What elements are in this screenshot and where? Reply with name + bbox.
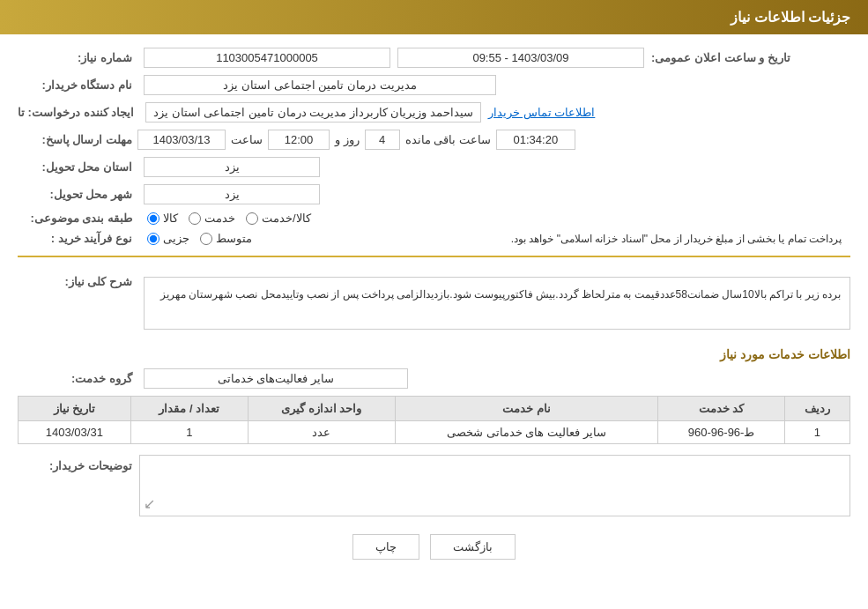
شماره-نیاز-value: 1103005471000005 bbox=[144, 48, 390, 68]
col-تاریخ: تاریخ نیاز bbox=[19, 397, 131, 421]
row-ایجاد-کننده: اطلاعات تماس خریدار سیداحمد وزیریان کارب… bbox=[18, 102, 850, 123]
table-cell-4: 1 bbox=[130, 421, 248, 444]
استان-label: استان محل تحویل: bbox=[18, 160, 132, 174]
شماره-نیاز-label: شماره نیاز: bbox=[18, 51, 132, 64]
buttons-row: بازگشت چاپ bbox=[18, 534, 850, 560]
شهر-label: شهر محل تحویل: bbox=[18, 188, 132, 201]
تاریخ-value: 1403/03/09 - 09:55 bbox=[397, 48, 644, 68]
page-header: جزئیات اطلاعات نیاز bbox=[0, 0, 868, 34]
radio-jazii-item[interactable]: جزیی bbox=[147, 232, 189, 245]
radio-kala-label: کالا bbox=[163, 212, 178, 225]
table-cell-0: 1 bbox=[784, 421, 849, 444]
گروه-خدمت-label: گروه خدمت: bbox=[18, 372, 132, 385]
مهلت-remaining-value: 01:34:20 bbox=[496, 130, 575, 150]
page-title: جزئیات اطلاعات نیاز bbox=[731, 10, 850, 25]
radio-khedmat[interactable] bbox=[189, 212, 201, 225]
services-section-title: اطلاعات خدمات مورد نیاز bbox=[18, 347, 850, 361]
radio-jazii[interactable] bbox=[147, 233, 160, 245]
services-table: ردیف کد خدمت نام خدمت واحد اندازه گیری ت… bbox=[18, 396, 850, 444]
row-نام-دستگاه: مدیریت درمان تامین اجتماعی استان یزد نام… bbox=[18, 75, 850, 95]
شهر-value: یزد bbox=[144, 184, 320, 204]
radio-motavaset-item[interactable]: متوسط bbox=[200, 232, 252, 245]
table-cell-5: 1403/03/31 bbox=[19, 421, 131, 444]
مهلت-remaining-label: ساعت باقی مانده bbox=[405, 133, 491, 146]
ایجاد-کننده-value: سیداحمد وزیریان کاربرداز مدیریت درمان تا… bbox=[145, 102, 481, 123]
row-مهلت: 01:34:20 ساعت باقی مانده 4 روز و 12:00 س… bbox=[18, 130, 850, 150]
نوع-فرآیند-label: نوع فرآیند خرید : bbox=[18, 232, 132, 245]
توضیحات-خریدار-label: توضیحات خریدار: bbox=[18, 455, 132, 472]
row-نوع-فرآیند: پرداخت تمام یا بخشی از مبلغ خریدار از مح… bbox=[18, 232, 850, 245]
radio-kala-khedmat-item[interactable]: کالا/خدمت bbox=[246, 212, 311, 225]
radio-motavaset[interactable] bbox=[200, 233, 212, 245]
مهلت-days-value: 4 bbox=[365, 130, 400, 150]
col-ردیف: ردیف bbox=[784, 397, 849, 421]
توضیحات-خریدار-box bbox=[139, 455, 850, 516]
divider-1 bbox=[18, 256, 850, 257]
radio-khedmat-label: خدمت bbox=[204, 212, 235, 225]
back-button[interactable]: بازگشت bbox=[430, 534, 516, 560]
مهلت-days-label: روز و bbox=[335, 133, 360, 146]
radio-kala-khedmat-label: کالا/خدمت bbox=[262, 212, 311, 225]
radio-jazii-label: جزیی bbox=[163, 232, 189, 245]
table-row: 1ط-96-96-960سایر فعالیت های خدماتی شخصیع… bbox=[19, 421, 850, 444]
row-شهر: یزد شهر محل تحویل: bbox=[18, 184, 850, 204]
تاریخ-label: تاریخ و ساعت اعلان عمومی: bbox=[651, 51, 790, 64]
استان-value: یزد bbox=[144, 157, 320, 177]
row-گروه-خدمت: سایر فعالیت‌های خدماتی گروه خدمت: bbox=[18, 368, 850, 389]
مهلت-time-value: 12:00 bbox=[268, 130, 330, 150]
مهلت-label: مهلت ارسال پاسخ: bbox=[18, 133, 132, 146]
col-نام-خدمت: نام خدمت bbox=[395, 397, 658, 421]
مهلت-date-value: 1403/03/13 bbox=[137, 130, 226, 150]
radio-kala-khedmat[interactable] bbox=[246, 212, 258, 225]
row-شماره-تاریخ: تاریخ و ساعت اعلان عمومی: 1403/03/09 - 0… bbox=[18, 48, 850, 68]
radio-kala-item[interactable]: کالا bbox=[147, 212, 178, 225]
گروه-خدمت-value: سایر فعالیت‌های خدماتی bbox=[144, 368, 408, 389]
row-شرح-کلی: برده زیر با تراکم بالا10سال ضمانت58عددقی… bbox=[18, 268, 850, 338]
purchase-description: پرداخت تمام یا بخشی از مبلغ خریدار از مح… bbox=[511, 233, 842, 245]
ایجاد-کننده-label: ایجاد کننده درخواست: تا bbox=[18, 106, 134, 119]
table-cell-2: سایر فعالیت های خدماتی شخصی bbox=[395, 421, 658, 444]
print-button[interactable]: چاپ bbox=[352, 534, 419, 560]
radio-kala[interactable] bbox=[147, 212, 160, 225]
col-تعداد: تعداد / مقدار bbox=[130, 397, 248, 421]
radio-khedmat-item[interactable]: خدمت bbox=[189, 212, 235, 225]
مهلت-time-label: ساعت bbox=[231, 133, 263, 146]
row-توضیحات-خریدار: توضیحات خریدار: bbox=[18, 455, 850, 516]
شرح-کلی-value: برده زیر با تراکم بالا10سال ضمانت58عددقی… bbox=[144, 277, 850, 330]
table-cell-3: عدد bbox=[249, 421, 396, 444]
row-طبقه-بندی: کالا/خدمت خدمت کالا طبقه بندی موضوعی: bbox=[18, 212, 850, 225]
table-header-row: ردیف کد خدمت نام خدمت واحد اندازه گیری ت… bbox=[19, 397, 850, 421]
col-واحد: واحد اندازه گیری bbox=[249, 397, 396, 421]
نام-دستگاه-label: نام دستگاه خریدار: bbox=[18, 78, 132, 92]
نام-دستگاه-value: مدیریت درمان تامین اجتماعی استان یزد bbox=[144, 75, 496, 95]
radio-motavaset-label: متوسط bbox=[216, 232, 252, 245]
table-cell-1: ط-96-96-960 bbox=[658, 421, 784, 444]
شرح-کلی-label: شرح کلی نیاز: bbox=[18, 268, 132, 288]
row-استان: یزد استان محل تحویل: bbox=[18, 157, 850, 177]
اطلاعات-تماس-link[interactable]: اطلاعات تماس خریدار bbox=[488, 106, 595, 119]
col-کد-خدمت: کد خدمت bbox=[658, 397, 784, 421]
طبقه-بندی-label: طبقه بندی موضوعی: bbox=[18, 212, 132, 225]
